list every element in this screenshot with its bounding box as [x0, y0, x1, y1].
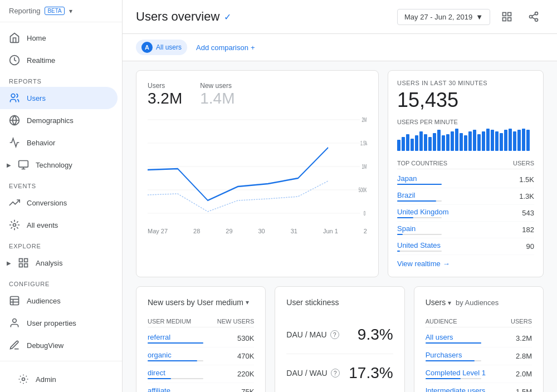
- stickiness-metric-row: DAU / MAU ? 9.3%: [286, 316, 393, 354]
- sidebar-item-technology-label: Technology: [36, 161, 72, 169]
- svg-text:1M: 1M: [361, 163, 367, 170]
- sidebar-item-analysis[interactable]: ▶ Analysis: [0, 252, 118, 274]
- sidebar-item-conversions[interactable]: Conversions: [0, 192, 118, 214]
- medium-row: referral 530K: [148, 330, 254, 347]
- add-comparison-button[interactable]: Add comparison +: [192, 41, 260, 54]
- stickiness-help-icon[interactable]: ?: [330, 330, 339, 339]
- audience-row: Intermediate users 1.5M: [426, 383, 532, 392]
- page-title: Users overview: [136, 9, 219, 24]
- stickiness-metric-value: 9.3%: [358, 326, 393, 344]
- view-realtime-link[interactable]: View realtime →: [397, 259, 534, 268]
- svg-rect-4: [19, 161, 28, 168]
- countries-table: TOP COUNTRIES USERS Japan 1.5K Brazil 1.…: [397, 158, 534, 255]
- audience-name-text[interactable]: Purchasers: [426, 351, 481, 359]
- medium-name-text[interactable]: affiliate: [148, 386, 203, 392]
- country-bar-fill: [397, 234, 403, 235]
- sidebar-item-users[interactable]: Users: [0, 87, 118, 109]
- per-minute-bar: [433, 133, 436, 151]
- country-value: 90: [526, 242, 534, 251]
- country-name-text[interactable]: United States: [397, 241, 442, 249]
- audience-bar-track: [426, 342, 481, 344]
- all-users-filter-chip[interactable]: A All users: [136, 40, 187, 55]
- date-range-arrow: ▼: [476, 13, 483, 21]
- customize-report-button[interactable]: [497, 7, 517, 27]
- country-row: Brazil 1.3K: [397, 188, 534, 205]
- sidebar-item-user-properties[interactable]: User properties: [0, 312, 118, 334]
- configure-section-label: CONFIGURE: [0, 274, 122, 290]
- stickiness-card-title: User stickiness: [286, 298, 339, 307]
- new-users-card: New users by User medium ▾ USER MEDIUM N…: [136, 286, 266, 392]
- audience-name-text[interactable]: Intermediate users: [426, 386, 486, 392]
- per-minute-bar: [517, 130, 521, 151]
- users-stat-label: Users: [148, 82, 182, 90]
- per-minute-bar: [504, 130, 507, 151]
- realtime-count: 15,435: [397, 89, 534, 112]
- stickiness-help-icon[interactable]: ?: [331, 369, 340, 378]
- sidebar-item-audiences[interactable]: Audiences: [0, 290, 118, 312]
- audiences-title-dropdown[interactable]: ▾: [448, 299, 451, 307]
- share-button[interactable]: [524, 7, 544, 27]
- share-icon: [528, 11, 539, 22]
- audience-name-text[interactable]: Completed Level 1: [426, 369, 486, 377]
- svg-point-24: [535, 18, 538, 21]
- audience-name-text[interactable]: All users: [426, 333, 481, 341]
- medium-value: 75K: [241, 388, 254, 392]
- medium-bar-fill: [148, 360, 197, 361]
- sidebar-item-admin[interactable]: Admin: [9, 368, 113, 390]
- sidebar-item-home[interactable]: Home: [0, 27, 118, 49]
- country-name-text[interactable]: Japan: [397, 174, 442, 183]
- medium-name-text[interactable]: organic: [148, 351, 203, 359]
- sidebar-item-realtime[interactable]: Realtime: [0, 49, 118, 71]
- svg-line-26: [532, 14, 535, 16]
- countries-table-header: TOP COUNTRIES USERS: [397, 158, 534, 169]
- medium-name-text[interactable]: referral: [148, 333, 203, 341]
- medium-row: direct 220K: [148, 365, 254, 383]
- country-name-text[interactable]: Spain: [397, 224, 442, 233]
- country-value: 543: [522, 209, 534, 217]
- reporting-dropdown-arrow[interactable]: ▾: [69, 7, 72, 15]
- sidebar-item-all-events[interactable]: All events: [0, 214, 118, 236]
- stickiness-metric-row: DAU / WAU ? 17.3%: [286, 354, 393, 392]
- conversions-icon: [9, 197, 20, 208]
- medium-value: 220K: [237, 370, 254, 378]
- country-name-text[interactable]: Brazil: [397, 191, 442, 199]
- sidebar-header: Reporting BETA ▾: [0, 0, 122, 22]
- stickiness-metric-label: DAU / MAU: [286, 330, 326, 339]
- new-users-stat: New users 1.4M: [200, 82, 234, 107]
- users-icon: [9, 92, 20, 104]
- sidebar-item-demographics-label: Demographics: [27, 116, 74, 125]
- all-events-icon: [9, 219, 20, 231]
- add-comparison-icon: +: [251, 43, 255, 52]
- verified-icon: ✓: [224, 12, 231, 22]
- new-users-dropdown-arrow[interactable]: ▾: [246, 298, 249, 306]
- audience-row: All users 3.2M: [426, 330, 532, 347]
- reports-section-label: REPORTS: [0, 71, 122, 87]
- per-minute-bar: [455, 129, 458, 151]
- per-minute-bar: [446, 134, 449, 151]
- sidebar: Reporting BETA ▾ Home Realtime REPORTS U…: [0, 0, 123, 392]
- per-minute-bar: [424, 134, 427, 151]
- per-minute-bar: [415, 135, 418, 151]
- country-bar-track: [397, 217, 442, 218]
- explore-section-label: EXPLORE: [0, 236, 122, 252]
- medium-name-text[interactable]: direct: [148, 369, 203, 377]
- per-minute-bar: [526, 130, 530, 151]
- audience-col-label: AUDIENCE: [426, 318, 457, 325]
- country-name-group: Japan: [397, 174, 442, 185]
- svg-point-17: [22, 378, 25, 381]
- country-name-text[interactable]: United Kingdom: [397, 208, 449, 216]
- sidebar-item-technology[interactable]: ▶ Technology: [0, 154, 118, 176]
- sidebar-item-debugview[interactable]: DebugView: [0, 334, 118, 356]
- audience-bar-fill: [426, 360, 475, 361]
- audiences-table-header: AUDIENCE USERS: [426, 316, 532, 327]
- realtime-label: USERS IN LAST 30 MINUTES: [397, 80, 534, 86]
- stickiness-title-row: User stickiness: [286, 298, 393, 307]
- date-range-button[interactable]: May 27 - Jun 2, 2019 ▼: [397, 9, 490, 25]
- sidebar-item-demographics[interactable]: Demographics: [0, 109, 118, 131]
- sidebar-item-behavior[interactable]: Behavior: [0, 131, 118, 154]
- svg-point-16: [13, 319, 17, 323]
- stickiness-metric-label: DAU / WAU: [286, 369, 327, 378]
- x-label-4: 31: [291, 228, 297, 234]
- header-actions: May 27 - Jun 2, 2019 ▼: [397, 7, 544, 27]
- svg-point-1: [11, 94, 15, 98]
